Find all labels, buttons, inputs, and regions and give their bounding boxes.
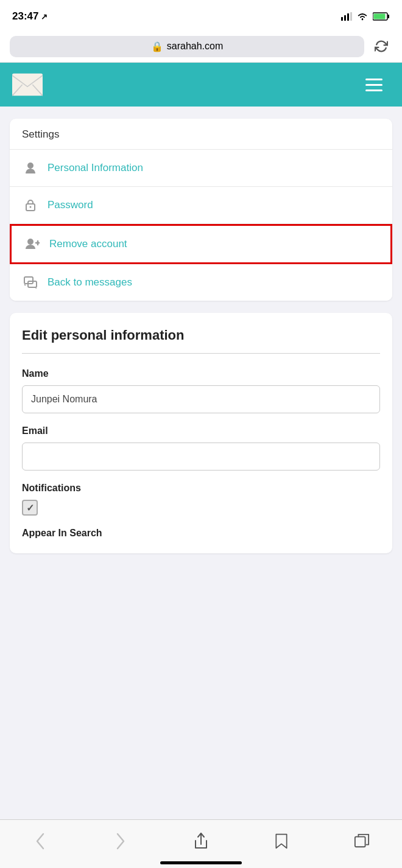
appear-in-search-section: Appear In Search (22, 528, 380, 539)
svg-point-9 (27, 163, 34, 169)
svg-point-4 (362, 19, 364, 21)
form-divider (22, 353, 380, 354)
bookmarks-button[interactable] (263, 828, 300, 855)
form-title: Edit personal information (22, 327, 380, 343)
lock-icon: 🔒 (151, 41, 163, 52)
settings-item-password[interactable]: Password (10, 187, 392, 224)
svg-point-12 (27, 239, 34, 245)
notifications-checkbox[interactable]: ✓ (22, 500, 38, 516)
url-bar[interactable]: 🔒 sarahah.com (10, 36, 364, 57)
hamburger-line-1 (365, 79, 383, 80)
bottom-spacer (10, 553, 392, 614)
lock-icon (22, 197, 39, 214)
forward-button[interactable] (102, 828, 139, 855)
home-indicator (160, 861, 242, 864)
person-icon (22, 159, 39, 177)
password-label: Password (48, 199, 93, 211)
share-button[interactable] (183, 828, 219, 855)
svg-point-11 (30, 206, 32, 208)
notifications-group: Notifications ✓ (22, 483, 380, 516)
svg-rect-2 (347, 13, 349, 21)
back-button[interactable] (22, 828, 58, 855)
back-messages-label: Back to messages (48, 276, 132, 289)
bottom-nav (0, 819, 402, 868)
hamburger-line-3 (365, 89, 383, 91)
appear-in-search-label: Appear In Search (22, 528, 102, 538)
personal-info-label: Personal Information (48, 162, 143, 174)
name-group: Name (22, 368, 380, 413)
settings-item-personal-info[interactable]: Personal Information (10, 150, 392, 187)
url-text: sarahah.com (167, 41, 224, 52)
settings-title: Settings (10, 119, 392, 150)
email-label: Email (22, 425, 380, 436)
checkmark-icon: ✓ (26, 502, 34, 514)
name-input[interactable] (22, 385, 380, 413)
svg-rect-1 (344, 15, 346, 21)
battery-icon (373, 12, 390, 21)
time-display: 23:47 (12, 10, 38, 23)
settings-item-remove-account[interactable]: Remove account (10, 224, 392, 264)
hamburger-menu-button[interactable] (365, 72, 390, 97)
settings-item-back-messages[interactable]: Back to messages (10, 264, 392, 301)
svg-rect-0 (341, 17, 343, 21)
status-icons (341, 12, 390, 21)
signal-icon (341, 12, 352, 21)
settings-card: Settings Personal Information Password (10, 119, 392, 301)
refresh-button[interactable] (370, 35, 392, 57)
status-time: 23:47 ↗ (12, 10, 48, 23)
address-bar: 🔒 sarahah.com (0, 30, 402, 63)
svg-rect-7 (374, 14, 386, 19)
email-input[interactable] (22, 443, 380, 471)
notifications-label: Notifications (22, 483, 380, 494)
logo (12, 72, 43, 97)
chat-icon (22, 274, 39, 291)
email-group: Email (22, 425, 380, 471)
person-remove-icon (24, 236, 41, 253)
main-content: Settings Personal Information Password (0, 107, 402, 626)
name-label: Name (22, 368, 380, 379)
wifi-icon (357, 12, 368, 21)
status-bar: 23:47 ↗ (0, 0, 402, 30)
app-header (0, 63, 402, 107)
svg-rect-8 (12, 74, 43, 96)
location-arrow-icon: ↗ (41, 12, 48, 21)
svg-rect-18 (355, 836, 365, 847)
hamburger-line-2 (365, 84, 383, 86)
remove-account-label: Remove account (49, 238, 127, 250)
tabs-button[interactable] (344, 828, 380, 855)
edit-form-card: Edit personal information Name Email Not… (10, 313, 392, 553)
svg-rect-3 (350, 12, 352, 21)
svg-rect-6 (388, 15, 390, 18)
notifications-checkbox-group: ✓ (22, 500, 380, 516)
